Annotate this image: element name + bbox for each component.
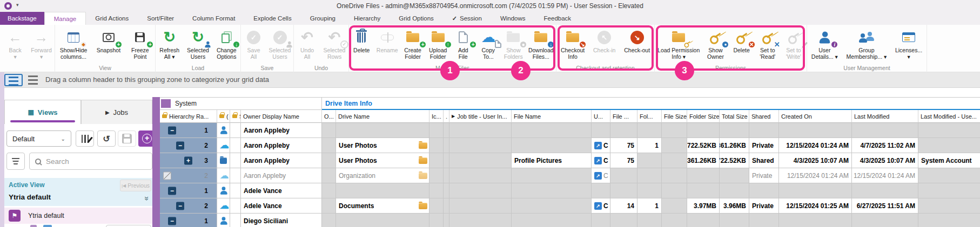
cell-jobtitle	[449, 123, 512, 138]
ribbon-button-check-out[interactable]: ↘Check-out	[622, 26, 652, 53]
column-header-file_size[interactable]: File Size	[662, 110, 687, 123]
ribbon-button-licenses[interactable]: Licenses...▾	[894, 26, 924, 60]
reset-view-button[interactable]: ↺	[97, 130, 116, 147]
cell-dot	[444, 168, 449, 183]
ribbon-button-group-membership[interactable]: GroupMembership... ▾	[845, 26, 889, 60]
ribbon-button-create-folder[interactable]: +CreateFolder	[401, 26, 425, 60]
menu-tab-feedback[interactable]: Feedback	[535, 12, 581, 25]
view-selector-dropdown[interactable]: Default ⌄	[6, 130, 71, 147]
views-grid-icon: ▦	[28, 108, 34, 116]
menu-tab-grouping[interactable]: Grouping	[301, 12, 345, 25]
sidebar-tab-jobs[interactable]: ▶ Jobs	[81, 100, 152, 124]
expand-collapse-box[interactable]: −	[168, 217, 176, 225]
ribbon-button-freeze-point[interactable]: +FreezePoint	[128, 26, 152, 60]
table-row-2[interactable]: −2☁Aaron ApplebyUser Photos↗C751722.52KB…	[160, 138, 980, 153]
column-header-total_size[interactable]: Total Size	[720, 110, 749, 123]
ribbon-button-upload-folder[interactable]: ↑UploadFolder	[426, 26, 450, 60]
column-header-jobtitle[interactable]: ▶Job title - User In...	[449, 110, 512, 123]
cell-files	[610, 183, 637, 198]
ribbon-button-checkout-info[interactable]: ↘CheckoutInfo	[559, 26, 586, 60]
column-header-folder_size[interactable]: Folder Size	[687, 110, 720, 123]
cell-files: 75	[610, 153, 637, 168]
menu-tab-grid-actions[interactable]: Grid Actions	[86, 12, 138, 25]
table-row-5[interactable]: −1Adele Vance	[160, 183, 980, 198]
cell-u: ↗C	[592, 138, 610, 153]
column-header-o[interactable]: O...	[322, 110, 336, 123]
check-out-icon: ↘	[627, 27, 647, 47]
cell-u	[592, 183, 610, 198]
table-row-6[interactable]: −2☁Adele VanceDocuments↗C1413.97MB3.96MB…	[160, 198, 980, 214]
sidebar-tab-views[interactable]: ▦ Views	[4, 100, 81, 124]
column-header-folders[interactable]: Fol...	[637, 110, 662, 123]
search-icon	[35, 159, 41, 164]
ribbon-button-show-owner[interactable]: ●ShowOwner	[703, 26, 727, 60]
grid-view-toggle-icon[interactable]	[4, 74, 23, 86]
ribbon-button-load-permission-info[interactable]: Load PermissionInfo ▾	[656, 26, 701, 60]
column-header-dot[interactable]: .	[444, 110, 449, 123]
expand-collapse-box[interactable]: +	[184, 156, 192, 164]
expand-collapse-box[interactable]: −	[176, 141, 184, 149]
expand-collapse-box[interactable]: −	[168, 126, 176, 134]
cell-file_name	[512, 123, 592, 138]
menu-tab-explode-cells[interactable]: Explode Cells	[244, 12, 300, 25]
column-header-hierarchy[interactable]: Hierarchy Ra...	[160, 110, 217, 123]
table-row-7[interactable]: −1Diego Siciliani	[160, 214, 980, 227]
ribbon-button-download-files[interactable]: ↓DownloadFiles...	[527, 26, 555, 60]
cloud-drive-icon: ☁	[220, 201, 229, 210]
ribbon-button-add-file[interactable]: +AddFile	[451, 26, 475, 60]
sidebar-tab-views-label: Views	[38, 108, 58, 116]
column-header-type[interactable]: (	[217, 110, 230, 123]
table-row-1[interactable]: −1Aaron Appleby	[160, 123, 980, 138]
menu-tab-manage[interactable]: Manage	[44, 12, 86, 25]
cell-shared: Shared	[749, 153, 779, 168]
view-list-item[interactable]: ⚑ Ytria default	[4, 208, 152, 224]
column-header-s[interactable]: S	[230, 110, 241, 123]
menu-tab-column-format[interactable]: Column Format	[183, 12, 244, 25]
cell-folder_size: 722.52KB	[687, 138, 720, 153]
active-view-section: Active View |◀Previous Ytria default «	[4, 178, 152, 206]
external-link-icon[interactable]: ↗	[594, 172, 602, 180]
edit-views-button[interactable]	[76, 130, 94, 147]
ribbon-button-copy-to[interactable]: ☁CopyTo...	[476, 26, 500, 60]
column-header-drive[interactable]: Drive Name	[336, 110, 429, 123]
ribbon-button-user-details[interactable]: iUserDetails... ▾	[810, 26, 840, 60]
search-input[interactable]	[46, 157, 146, 166]
ribbon-button-delete[interactable]: ✕Delete	[730, 26, 754, 53]
menu-tab-backstage[interactable]: Backstage	[0, 12, 44, 25]
column-header-files[interactable]: File ...	[610, 110, 637, 123]
ribbon-button-delete[interactable]: Delete	[350, 26, 373, 53]
filter-button[interactable]	[6, 153, 25, 170]
column-header-modified_by[interactable]: Last Modified - Use...	[918, 110, 980, 123]
menu-tab-windows[interactable]: Windows	[491, 12, 535, 25]
list-view-toggle-icon[interactable]	[26, 74, 42, 86]
column-header-u[interactable]: U...	[592, 110, 610, 123]
cell-total_size: 722.52KB	[720, 153, 749, 168]
band-header-system: System	[160, 98, 322, 110]
external-link-icon[interactable]: ↗	[594, 157, 602, 164]
external-link-icon[interactable]: ↗	[594, 202, 602, 210]
column-header-shared[interactable]: Shared	[749, 110, 779, 123]
ribbon-button-show-hide-columns[interactable]: ◆Show/Hidecolumns...	[58, 26, 89, 60]
table-row-4[interactable]: 2☁Aaron ApplebyOrganization↗CPrivate12/1…	[160, 168, 980, 183]
table-row-3[interactable]: +3Aaron ApplebyUser PhotosProfile Pictur…	[160, 153, 980, 168]
ribbon-button-change-options[interactable]: ↓ChangeOptions	[214, 26, 238, 60]
menu-tab-session[interactable]: ✓Session	[443, 12, 491, 25]
menu-tab-hierarchy[interactable]: Hierarchy	[345, 12, 390, 25]
column-header-modified[interactable]: Last Modified	[852, 110, 918, 123]
ribbon-button-selected-users[interactable]: ↻SelectedUsers	[185, 26, 211, 60]
partial-select-box[interactable]	[163, 171, 171, 180]
menu-tab-grid-options[interactable]: Grid Options	[390, 12, 443, 25]
column-header-ic[interactable]: Ic...	[429, 110, 444, 123]
cell-ic	[429, 198, 444, 214]
external-link-icon[interactable]: ↗	[594, 142, 602, 149]
column-header-file_name[interactable]: File Name	[512, 110, 592, 123]
ribbon-button-refresh-all[interactable]: ↻RefreshAll ▾	[158, 26, 182, 60]
ribbon-button-set-to-read[interactable]: ✕Set to'Read'	[756, 26, 780, 60]
chevron-double-icon[interactable]: «	[142, 196, 150, 201]
expand-collapse-box[interactable]: −	[176, 202, 184, 210]
column-header-created[interactable]: Created On	[779, 110, 852, 123]
ribbon-button-snapshot[interactable]: +Snapshot	[95, 26, 122, 53]
menu-tab-sort-filter[interactable]: Sort/Filter	[138, 12, 183, 25]
expand-collapse-box[interactable]: −	[168, 187, 176, 195]
column-header-owner[interactable]: Owner Display Name	[241, 110, 322, 123]
